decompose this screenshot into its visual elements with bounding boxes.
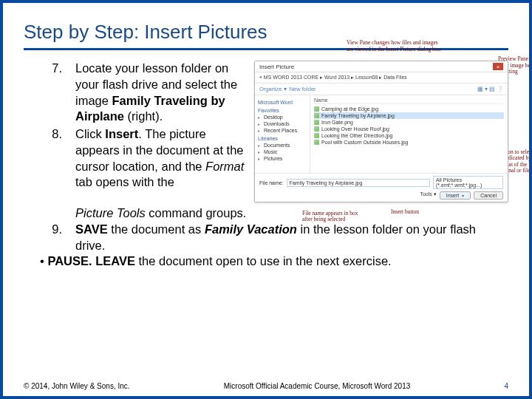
pause-note: PAUSE. LEAVE the document open to use in… [34, 253, 508, 270]
nav-pane[interactable]: Microsoft Word Favorites Desktop Downloa… [255, 95, 310, 173]
callout-filename: File name appears in box after being sel… [302, 211, 369, 223]
list-item[interactable]: Iron Gate.png [314, 119, 504, 126]
insert-button[interactable]: Insert [440, 191, 471, 200]
file-list[interactable]: Name Camping at the Edge.jpg Family Trav… [310, 95, 508, 173]
view-icons[interactable]: ▦ ▾ ▤ ❔ [477, 86, 503, 92]
insert-picture-figure: View Pane changes how files and images a… [254, 61, 508, 202]
breadcrumb[interactable]: « MS WORD 2013 CORE ▸ Word 2013 ▸ Lesson… [255, 72, 508, 83]
filename-label: File name: [259, 180, 284, 185]
step-9: 9. SAVE the document as Family Vacation … [24, 222, 508, 254]
list-item[interactable]: Camping at the Edge.jpg [314, 106, 504, 112]
cancel-button[interactable]: Cancel [474, 191, 503, 200]
course-name: Microsoft Official Academic Course, Micr… [224, 382, 411, 390]
insert-picture-dialog: Insert Picture × « MS WORD 2013 CORE ▸ W… [254, 61, 508, 202]
list-item[interactable]: Looking Over House Roof.jpg [314, 126, 504, 132]
slide-footer: © 2014, John Wiley & Sons, Inc. Microsof… [24, 382, 508, 390]
filename-input[interactable]: Family Traveling by Airplane.jpg [287, 179, 430, 187]
dialog-title-text: Insert Picture [259, 64, 294, 70]
close-icon[interactable]: × [493, 63, 503, 70]
list-item[interactable]: Looking the Other Direction.jpg [314, 132, 504, 139]
step-8-continued: tab opens with the Picture Tools command… [24, 205, 508, 222]
copyright: © 2014, John Wiley & Sons, Inc. [24, 382, 130, 390]
callout-insert-button: Insert button [391, 209, 432, 216]
step-8-partial: 8. Click Insert. The picture appears in … [24, 126, 245, 191]
step-7: 7. Locate your lesson folder on your fla… [24, 61, 245, 125]
list-item[interactable]: Pool with Custom Outside Houses.jpg [314, 139, 504, 146]
tools-button[interactable]: Tools ▾ [420, 191, 436, 200]
page-number: 4 [504, 382, 508, 390]
organize-button[interactable]: Organize ▾ [259, 86, 287, 92]
filetype-select[interactable]: All Pictures (*.emf;*.wmf;*.jpg...) [433, 176, 503, 189]
callout-view-pane: View Pane changes how files and images a… [347, 40, 443, 52]
new-folder-button[interactable]: New folder [290, 86, 316, 92]
list-item-selected[interactable]: Family Traveling by Airplane.jpg [314, 112, 504, 119]
